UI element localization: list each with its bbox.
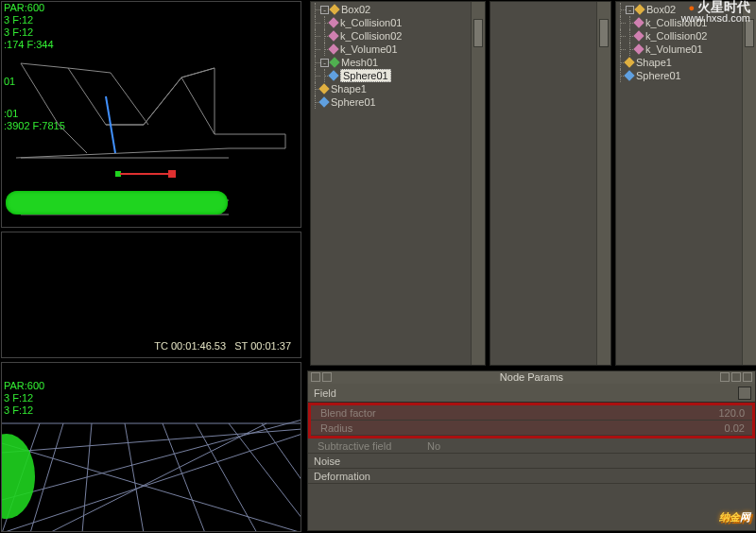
scene-tree-mid[interactable] <box>490 1 611 366</box>
expander-icon[interactable]: - <box>320 59 329 67</box>
node-icon <box>328 43 338 54</box>
tree-item[interactable]: -Mesh01 <box>311 56 485 69</box>
watermark-hxsd: ● 火星时代 www.hxsd.com <box>681 2 750 24</box>
tree-item-label: Mesh01 <box>341 57 378 68</box>
tree-item-label: Shape1 <box>636 57 672 68</box>
node-icon <box>633 30 644 41</box>
panel-right-icons[interactable] <box>720 372 752 382</box>
tree-item[interactable]: k_Volume01 <box>616 43 756 56</box>
svg-line-20 <box>49 423 266 532</box>
node-icon <box>329 57 339 67</box>
tree-item[interactable]: k_Volume01 <box>311 43 485 56</box>
tree-item[interactable]: Sphere01 <box>311 69 485 82</box>
node-icon <box>624 70 634 80</box>
expander-icon[interactable]: - <box>626 6 634 14</box>
tree-item-label: k_Volume01 <box>645 43 703 55</box>
viewport-top[interactable]: PAR:600 3 F:12 3 F:12 :174 F:344 01 :01 … <box>1 1 301 228</box>
param-key: Subtractive field <box>308 440 421 452</box>
watermark-narkii: 纳金网 <box>719 497 750 527</box>
scrollbar[interactable] <box>471 2 485 365</box>
sort-icon[interactable] <box>738 387 751 400</box>
tree-item-label: Box02 <box>341 4 370 15</box>
green-geo <box>6 191 228 215</box>
svg-rect-6 <box>168 170 176 178</box>
svg-line-13 <box>125 423 144 532</box>
tree-item-label: Sphere01 <box>331 96 376 108</box>
node-icon <box>633 17 644 27</box>
tree-item[interactable]: Shape1 <box>311 82 485 95</box>
node-icon <box>634 4 644 14</box>
panel-left-icons[interactable] <box>311 372 332 382</box>
section-deformation[interactable]: Deformation <box>308 469 755 484</box>
svg-line-17 <box>262 423 301 481</box>
tree-item-label: Box02 <box>646 4 676 15</box>
node-params-panel: Node Params Field Blend factor 120.0 Rad… <box>307 370 756 531</box>
tree-item[interactable]: Sphere01 <box>311 95 485 109</box>
tree-item[interactable]: -Box02 <box>311 3 485 16</box>
viewport-mid[interactable]: TC 00:01:46.53 ST 00:01:37 <box>1 232 301 358</box>
section-noise[interactable]: Noise <box>308 454 755 469</box>
wireframe-bot <box>2 363 301 532</box>
timecode: TC 00:01:46.53 ST 00:01:37 <box>154 340 291 352</box>
tree-item-label: k_Collision01 <box>340 17 402 28</box>
highlighted-params: Blend factor 120.0 Radius 0.02 <box>308 403 755 438</box>
svg-line-19 <box>2 434 301 532</box>
viewport-bottom[interactable]: PAR:600 3 F:12 3 F:12 <box>1 362 301 532</box>
param-value[interactable]: 0.02 <box>405 422 752 434</box>
tree-item-label: k_Collision02 <box>340 30 402 42</box>
panel-title-text: Node Params <box>500 371 563 383</box>
tree-item[interactable]: k_Collision02 <box>616 29 756 43</box>
expander-icon[interactable]: - <box>320 6 329 14</box>
node-icon <box>318 83 329 94</box>
param-row[interactable]: Radius 0.02 <box>311 421 752 436</box>
tree-item-label: Sphere01 <box>340 69 391 82</box>
node-icon <box>329 4 339 14</box>
tree-item[interactable]: k_Collision01 <box>311 16 485 29</box>
scene-tree-left[interactable]: -Box02k_Collision01k_Collision02k_Volume… <box>310 1 486 366</box>
tree-item-label: k_Volume01 <box>340 43 398 55</box>
node-icon <box>328 17 338 27</box>
node-icon <box>633 43 644 54</box>
param-key: Radius <box>311 422 405 434</box>
node-icon <box>328 70 338 80</box>
node-icon <box>318 96 329 107</box>
scene-tree-right[interactable]: -Box02k_Collision01k_Collision02k_Volume… <box>615 1 756 366</box>
tree-area: -Box02k_Collision01k_Collision02k_Volume… <box>307 0 756 367</box>
tree-item[interactable]: Shape1 <box>616 56 756 69</box>
param-value[interactable]: 120.0 <box>405 407 752 419</box>
param-row[interactable]: Blend factor 120.0 <box>311 405 752 421</box>
viewport-area: PAR:600 3 F:12 3 F:12 :174 F:344 01 :01 … <box>0 0 302 533</box>
tree-item-label: k_Collision02 <box>645 30 707 42</box>
tree-item-label: Sphere01 <box>636 70 681 81</box>
field-header[interactable]: Field <box>308 384 755 403</box>
tree-item[interactable]: k_Collision02 <box>311 29 485 43</box>
scrollbar[interactable] <box>596 2 610 365</box>
tree-item-label: Shape1 <box>331 83 367 95</box>
tree-item[interactable]: Sphere01 <box>616 69 756 82</box>
panel-title: Node Params <box>308 371 755 384</box>
scrollbar[interactable] <box>742 2 756 365</box>
node-icon <box>328 30 338 41</box>
param-key: Blend factor <box>311 407 405 419</box>
svg-point-21 <box>2 434 35 519</box>
param-row[interactable]: Subtractive field No <box>308 438 755 454</box>
node-icon <box>624 57 634 67</box>
param-value[interactable]: No <box>421 440 755 452</box>
svg-line-11 <box>30 423 63 532</box>
